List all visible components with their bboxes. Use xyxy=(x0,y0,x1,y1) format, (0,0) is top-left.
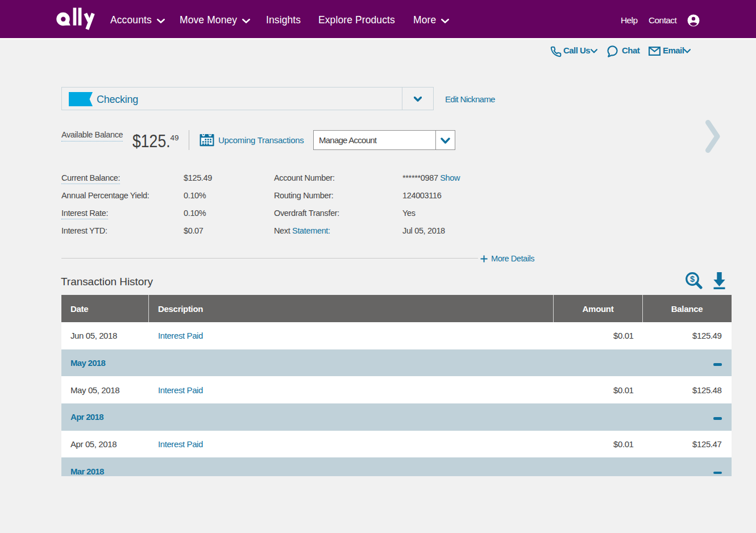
svg-text:$: $ xyxy=(690,274,695,284)
